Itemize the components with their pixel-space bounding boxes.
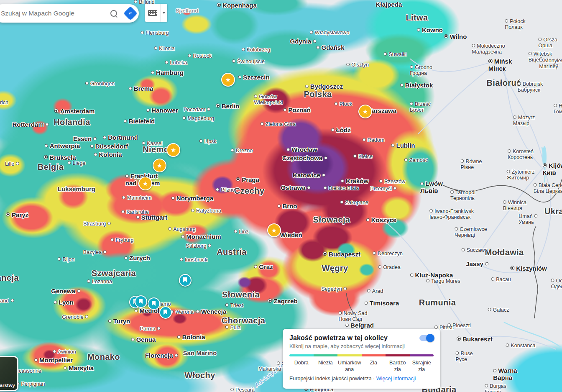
- city-dot: [534, 183, 537, 187]
- air-quality-scale: [289, 354, 434, 356]
- city-dot: [103, 136, 106, 139]
- map-label: Oradea: [378, 264, 401, 270]
- map-label: Białoruś: [486, 78, 521, 88]
- map-label: Monako: [87, 352, 120, 362]
- map-label: Kopenhaga: [217, 2, 257, 9]
- bookmark-icon: [139, 299, 143, 304]
- map-label: Iwano-FrankiwskІвано-Франківськ: [429, 208, 474, 220]
- starred-place-marker[interactable]: ★: [153, 159, 166, 172]
- map-label: Praga: [236, 176, 259, 183]
- search-button[interactable]: [105, 5, 122, 22]
- city-dot: [378, 265, 381, 269]
- map-label: Pula: [225, 325, 240, 331]
- map-label: Ratyzbona: [191, 208, 221, 214]
- map-label: rich: [0, 100, 8, 105]
- map-label: Augsburg: [168, 226, 196, 232]
- map-label: Brno: [278, 202, 297, 210]
- map-label: Lozanna: [87, 279, 112, 284]
- starred-place-marker[interactable]: ★: [221, 73, 235, 87]
- city-dot: [529, 52, 532, 55]
- map-label: Pescara: [230, 387, 255, 392]
- more-info-link[interactable]: Więcej informacji: [376, 376, 416, 382]
- starred-place-marker[interactable]: ★: [358, 105, 372, 118]
- starred-place-marker[interactable]: ★: [138, 177, 152, 190]
- city-dot: [331, 128, 335, 132]
- map-label: Paryż: [6, 211, 28, 218]
- keyboard-dropdown-button[interactable]: [161, 4, 167, 22]
- saved-place-marker[interactable]: [159, 306, 172, 319]
- saved-place-marker[interactable]: [135, 295, 147, 308]
- city-dot: [404, 158, 408, 161]
- scale-segment: [362, 354, 386, 356]
- search-bar[interactable]: [0, 4, 139, 23]
- air-quality-toggle[interactable]: [419, 335, 434, 341]
- keyboard-button[interactable]: [145, 4, 161, 22]
- city-dot: [129, 87, 132, 90]
- search-input[interactable]: [0, 10, 105, 17]
- city-dot: [216, 188, 219, 191]
- map-lines-layer: [0, 0, 562, 392]
- city-dot: [505, 19, 508, 23]
- map-label: Berlin: [216, 102, 240, 110]
- map-label: Mołdawia: [485, 248, 524, 257]
- map-label: Chorwacja: [222, 316, 266, 325]
- layers-widget[interactable]: Warstwy: [0, 356, 18, 391]
- map-label: HomelГомель: [554, 103, 562, 115]
- keyboard-widget[interactable]: [145, 4, 167, 22]
- city-dot: [238, 76, 241, 79]
- map-label: Zagrzeb: [268, 297, 298, 305]
- map-label: OrszaОрша: [538, 37, 557, 49]
- city-dot: [124, 120, 127, 123]
- map-label: Gałacz: [488, 307, 509, 313]
- directions-button[interactable]: [122, 5, 139, 22]
- map-label: Luksemburg: [58, 185, 95, 192]
- city-dot: [122, 196, 125, 199]
- map-label: Targu Mures: [426, 278, 460, 284]
- map-canvas[interactable]: LitwaBiałoruśPolskaNiemcyHolandiaBelgiaC…: [0, 0, 562, 392]
- city-dot: [134, 0, 137, 3]
- map-label: Lille: [5, 161, 19, 167]
- city-dot: [165, 61, 168, 64]
- city-dot: [286, 148, 290, 151]
- city-dot: [491, 277, 494, 281]
- saved-place-marker[interactable]: [179, 274, 192, 287]
- starred-place-marker[interactable]: ★: [267, 223, 281, 237]
- city-dot: [58, 257, 61, 261]
- map-label: Perpignan: [16, 381, 45, 387]
- city-dot: [207, 108, 210, 111]
- map-label: Poznań: [283, 106, 310, 113]
- starred-place-marker[interactable]: ★: [166, 143, 180, 157]
- city-dot: [232, 59, 235, 63]
- layers-label: Warstwy: [0, 383, 15, 388]
- map-label: Zamość: [404, 157, 428, 163]
- city-dot: [488, 308, 491, 311]
- map-label: ŻytomierzЖитомир: [507, 169, 535, 181]
- bookmark-icon: [163, 310, 167, 315]
- city-dot: [188, 54, 191, 57]
- map-label: Zurych: [124, 254, 150, 261]
- map-label: MińskМінск: [488, 58, 512, 72]
- map-label: LwówЛьвів: [420, 180, 443, 194]
- city-dot: [107, 222, 111, 225]
- map-label: Essen: [73, 135, 97, 142]
- map-label: Bazylea: [83, 249, 107, 255]
- capital-dot: [268, 299, 272, 303]
- city-dot: [45, 144, 48, 148]
- map-label: Węgry: [322, 264, 348, 273]
- map-label: Ukraina: [544, 207, 562, 216]
- map-label: Genewa: [51, 287, 80, 295]
- city-dot: [313, 40, 316, 43]
- map-label: WarnaВарна: [493, 367, 517, 381]
- map-label: Rumunia: [419, 298, 456, 307]
- air-quality-subtitle: Kliknij na mapie, aby zobaczyć więcej in…: [289, 343, 434, 349]
- city-dot: [450, 190, 454, 194]
- city-dot: [345, 324, 349, 327]
- map-label: GrodnoГродна: [410, 64, 432, 76]
- air-quality-source: Europejski indeks jakości powietrza ·: [289, 376, 375, 382]
- bookmark-icon: [183, 277, 187, 282]
- saved-place-marker[interactable]: [148, 297, 160, 310]
- city-dot: [346, 63, 350, 66]
- capital-dot: [543, 163, 547, 167]
- city-dot: [46, 123, 49, 126]
- map-label: Gdańsk: [316, 44, 344, 51]
